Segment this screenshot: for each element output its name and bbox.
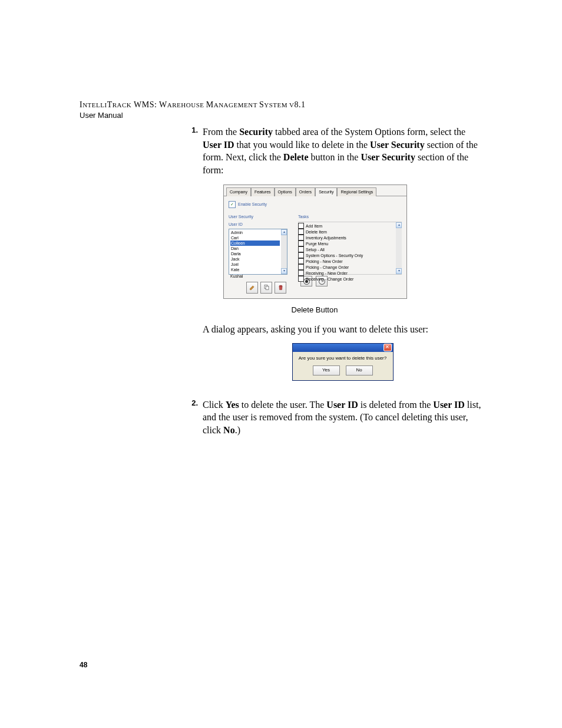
step-number: 2. [183, 398, 203, 437]
scroll-up-icon[interactable]: ▴ [281, 229, 287, 235]
task-checkbox[interactable] [298, 235, 304, 241]
task-checkbox[interactable] [298, 252, 304, 258]
list-item[interactable]: Dan [230, 246, 280, 251]
pencil-icon [249, 284, 256, 291]
user-id-label: User ID [229, 222, 287, 227]
step-number: 1. [183, 126, 203, 388]
screenshot-security-tab: Company Features Options Orders Security… [223, 185, 407, 298]
confirm-delete-dialog: ✕ Are you sure you want to delete this u… [292, 343, 394, 381]
tab-orders[interactable]: Orders [296, 187, 315, 196]
enable-security-label: Enable Security [238, 202, 267, 207]
task-row[interactable]: Picking - Change Order [298, 264, 396, 270]
enable-security-checkbox[interactable]: ✓ [229, 201, 236, 208]
list-item[interactable]: Carl [230, 235, 280, 241]
task-row[interactable]: Setup - All [298, 246, 396, 252]
task-row[interactable]: Picking - New Order [298, 258, 396, 264]
task-row[interactable]: Delete Item [298, 229, 396, 235]
user-id-listbox[interactable]: Admin Carl Colleen Dan Darla Jack Joel K… [229, 229, 287, 275]
tasks-listbox[interactable]: Add Item Delete Item Inventory Adjustmen… [298, 222, 402, 275]
list-item[interactable]: Colleen [230, 241, 280, 246]
list-item[interactable]: Admin [230, 230, 280, 235]
list-item[interactable]: Kate [230, 267, 280, 272]
tab-options[interactable]: Options [275, 187, 296, 196]
copy-icon [263, 284, 270, 291]
scroll-down-icon[interactable]: ▾ [396, 268, 402, 274]
task-checkbox[interactable] [298, 276, 304, 282]
tab-company[interactable]: Company [226, 187, 251, 196]
close-icon[interactable]: ✕ [384, 344, 392, 351]
scrollbar[interactable]: ▴ ▾ [281, 229, 287, 274]
tasks-heading: Tasks [298, 214, 402, 219]
edit-button[interactable] [246, 282, 258, 294]
scroll-up-icon[interactable]: ▴ [396, 222, 402, 228]
tab-security[interactable]: Security [315, 187, 337, 196]
list-item[interactable]: Jack [230, 256, 280, 262]
user-security-heading: User Security [229, 214, 287, 219]
tab-bar: Company Features Options Orders Security… [224, 185, 406, 196]
step-1-text: From the Security tabbed area of the Sys… [203, 126, 482, 388]
between-text: A dialog appears, asking you if you want… [203, 323, 482, 336]
task-checkbox[interactable] [298, 241, 304, 246]
scroll-down-icon[interactable]: ▾ [281, 268, 287, 274]
screenshot-caption: Delete Button [223, 305, 406, 315]
trash-icon [277, 284, 284, 291]
task-row[interactable]: System Options - Security Only [298, 252, 396, 258]
no-button[interactable]: No [346, 365, 373, 375]
step-2-text: Click Yes to delete the user. The User I… [203, 398, 482, 437]
task-checkbox[interactable] [298, 258, 304, 264]
task-checkbox[interactable] [298, 223, 304, 229]
page-number: 48 [80, 661, 87, 669]
yes-button[interactable]: Yes [313, 365, 340, 375]
task-row[interactable]: Purge Menu [298, 241, 396, 246]
task-checkbox[interactable] [298, 270, 304, 276]
task-row[interactable]: Receiving - Change Order [298, 276, 396, 282]
tab-features[interactable]: Features [251, 187, 275, 196]
task-row[interactable]: Add Item [298, 223, 396, 229]
task-row[interactable]: Receiving - New Order [298, 270, 396, 276]
doc-subtitle: User Manual [80, 111, 482, 120]
copy-button[interactable] [260, 282, 272, 294]
dialog-titlebar: ✕ [293, 344, 393, 352]
task-checkbox[interactable] [298, 264, 304, 270]
list-item[interactable]: Joel [230, 262, 280, 267]
doc-header: INTELLITRACK WMS: WAREHOUSE MANAGEMENT S… [80, 100, 482, 120]
task-row[interactable]: Inventory Adjustments [298, 235, 396, 241]
list-item[interactable]: Darla [230, 251, 280, 256]
tab-regional-settings[interactable]: Regional Settings [337, 187, 376, 196]
task-checkbox[interactable] [298, 229, 304, 235]
dialog-message: Are you sure you want to delete this use… [296, 355, 389, 362]
doc-title: INTELLITRACK WMS: WAREHOUSE MANAGEMENT S… [80, 100, 482, 110]
list-item[interactable]: Kushal [230, 274, 243, 279]
task-checkbox[interactable] [298, 246, 304, 252]
delete-button[interactable] [275, 282, 286, 294]
svg-rect-1 [266, 286, 269, 290]
scrollbar[interactable]: ▴ ▾ [396, 222, 402, 274]
